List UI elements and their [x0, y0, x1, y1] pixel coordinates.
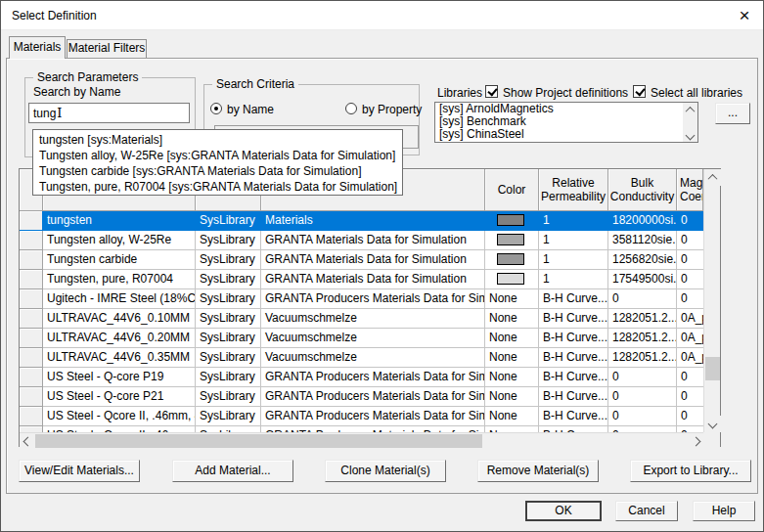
- table-row[interactable]: Tungsten carbide SysLibrary GRANTA Mater…: [20, 250, 703, 270]
- row-selector-cell[interactable]: [20, 270, 43, 289]
- grid-horizontal-scrollbar[interactable]: [20, 432, 703, 448]
- cell-mag-coercivity: 0: [677, 368, 703, 387]
- scroll-left-icon[interactable]: [20, 433, 35, 449]
- cell-bulk-conductivity: 1282051.2...: [608, 309, 677, 329]
- search-by-name-label: Search by Name: [33, 85, 120, 99]
- horizontal-scroll-thumb[interactable]: [35, 434, 482, 448]
- cancel-button[interactable]: Cancel: [615, 501, 678, 521]
- scroll-up-icon[interactable]: [704, 169, 721, 186]
- table-row[interactable]: Tungsten, pure, R07004 SysLibrary GRANTA…: [20, 270, 703, 289]
- table-row[interactable]: US Steel - Q-core P19 SysLibrary GRANTA …: [20, 368, 703, 387]
- search-input[interactable]: tungI: [28, 103, 190, 123]
- cell-library: SysLibrary: [196, 348, 261, 368]
- cell-description: GRANTA Materials Data for Simulation: [261, 231, 485, 250]
- suggestion-item[interactable]: Tungsten, pure, R07004 [sys:GRANTA Mater…: [33, 179, 402, 195]
- row-selector-cell[interactable]: [20, 211, 43, 231]
- search-suggestions-popup: tungsten [sys:Materials]Tungsten alloy, …: [32, 129, 403, 196]
- cell-mag-coercivity: 0: [677, 270, 703, 289]
- column-header-bulk-conductivity[interactable]: BulkConductivity: [608, 169, 677, 211]
- row-selector-cell[interactable]: [20, 289, 43, 309]
- scroll-down-icon[interactable]: [683, 128, 697, 142]
- search-input-value: tung: [33, 107, 56, 120]
- column-header-mag-coercivity[interactable]: MagCoer: [677, 169, 703, 211]
- material-color-swatch: [497, 253, 524, 265]
- cell-description: Materials: [261, 211, 485, 231]
- table-row[interactable]: tungsten SysLibrary Materials 1 18200000…: [20, 211, 703, 231]
- cell-library: SysLibrary: [196, 368, 261, 387]
- grid-vertical-scrollbar[interactable]: [703, 169, 720, 432]
- row-selector-cell[interactable]: [20, 407, 43, 426]
- cell-description: GRANTA Producers Materials Data for Simu…: [261, 407, 485, 426]
- cell-description: GRANTA Producers Materials Data for Simu…: [261, 368, 485, 387]
- cell-relative-permeability: B-H Curve...: [539, 407, 608, 426]
- table-row[interactable]: ULTRAVAC_44V6_0.35MM SysLibrary Vacuumsc…: [20, 348, 703, 368]
- cell-color: None: [485, 348, 539, 368]
- view-edit-materials-button[interactable]: View/Edit Materials...: [19, 460, 140, 482]
- select-all-libraries-checkbox[interactable]: [633, 85, 646, 98]
- libraries-scrollbar[interactable]: [683, 103, 697, 142]
- cell-name: ULTRAVAC_44V6_0.35MM: [43, 348, 196, 368]
- cell-bulk-conductivity: 0: [608, 289, 677, 309]
- suggestion-item[interactable]: Tungsten alloy, W-25Re [sys:GRANTA Mater…: [33, 148, 402, 163]
- by-name-radio[interactable]: [210, 103, 222, 114]
- cell-name: ULTRAVAC_44V6_0.20MM: [43, 329, 196, 348]
- ok-button[interactable]: OK: [525, 501, 602, 521]
- material-color-swatch: [497, 234, 524, 245]
- cell-bulk-conductivity: 0: [608, 407, 677, 426]
- column-header-color[interactable]: Color: [485, 169, 539, 211]
- cell-mag-coercivity: 0: [677, 289, 703, 309]
- tab-materials[interactable]: Materials: [9, 36, 66, 59]
- column-header-relative-permeability[interactable]: RelativePermeability: [539, 169, 608, 211]
- libraries-label: Libraries: [437, 86, 482, 100]
- cell-mag-coercivity: 0A_p: [677, 309, 703, 329]
- add-material-button[interactable]: Add Material...: [172, 460, 293, 482]
- cell-relative-permeability: B-H Curve...: [539, 387, 608, 407]
- by-property-radio[interactable]: [345, 103, 357, 114]
- suggestions-list: tungsten [sys:Materials]Tungsten alloy, …: [33, 132, 402, 195]
- table-row[interactable]: US Steel - Q-core P21 SysLibrary GRANTA …: [20, 387, 703, 407]
- row-selector-cell[interactable]: [20, 387, 43, 407]
- libraries-listbox[interactable]: [sys] ArnoldMagnetics[sys] Benchmark[sys…: [434, 102, 698, 143]
- row-selector-cell[interactable]: [20, 368, 43, 387]
- material-color-swatch: [497, 273, 524, 285]
- cell-bulk-conductivity: 0: [608, 387, 677, 407]
- tab-material-filters[interactable]: Material Filters: [67, 39, 147, 58]
- row-selector-cell[interactable]: [20, 231, 43, 250]
- row-selector-cell[interactable]: [20, 250, 43, 270]
- cell-relative-permeability: B-H Curve...: [539, 348, 608, 368]
- row-selector-cell[interactable]: [20, 348, 43, 368]
- scroll-right-icon[interactable]: [688, 433, 703, 449]
- cell-mag-coercivity: 0: [677, 231, 703, 250]
- select-definition-dialog: Select Definition × Materials Material F…: [0, 0, 764, 532]
- suggestion-item[interactable]: Tungsten carbide [sys:GRANTA Materials D…: [33, 163, 402, 179]
- table-row[interactable]: ULTRAVAC_44V6_0.20MM SysLibrary Vacuumsc…: [20, 329, 703, 348]
- table-row[interactable]: Tungsten alloy, W-25Re SysLibrary GRANTA…: [20, 231, 703, 250]
- clone-materials-button[interactable]: Clone Material(s): [325, 460, 446, 482]
- export-to-library-button[interactable]: Export to Library...: [630, 460, 751, 482]
- cell-mag-coercivity: 0A_p: [677, 329, 703, 348]
- cell-description: GRANTA Producers Materials Data for Simu…: [261, 289, 485, 309]
- remove-materials-button[interactable]: Remove Material(s): [477, 460, 599, 482]
- scrollbar-corner: [703, 432, 720, 448]
- table-row[interactable]: Ugitech - IMRE Steel (18%Cr) SysLibrary …: [20, 289, 703, 309]
- browse-libraries-button[interactable]: ...: [715, 103, 750, 124]
- cell-relative-permeability: 1: [539, 270, 608, 289]
- vertical-scroll-thumb[interactable]: [705, 357, 720, 380]
- table-row[interactable]: ULTRAVAC_44V6_0.10MM SysLibrary Vacuumsc…: [20, 309, 703, 329]
- show-project-definitions-checkbox[interactable]: [485, 85, 498, 98]
- title-bar: Select Definition ×: [1, 1, 763, 30]
- cell-relative-permeability: B-H Curve...: [539, 309, 608, 329]
- show-project-definitions-label: Show Project definitions: [503, 86, 628, 100]
- library-list-item[interactable]: [sys] ChinaSteel: [435, 128, 697, 141]
- materials-grid: Color RelativePermeability BulkConductiv…: [19, 168, 721, 447]
- close-icon[interactable]: ×: [732, 4, 757, 27]
- cell-library: SysLibrary: [196, 387, 261, 407]
- cell-library: SysLibrary: [196, 289, 261, 309]
- row-selector-cell[interactable]: [20, 309, 43, 329]
- scroll-down-icon[interactable]: [704, 416, 721, 432]
- help-button[interactable]: Help: [693, 501, 755, 521]
- table-row[interactable]: US Steel - Qcore II, .46mm, 400... SysLi…: [20, 407, 703, 426]
- row-selector-cell[interactable]: [20, 329, 43, 348]
- scroll-up-icon[interactable]: [683, 103, 697, 116]
- suggestion-item[interactable]: tungsten [sys:Materials]: [33, 132, 402, 148]
